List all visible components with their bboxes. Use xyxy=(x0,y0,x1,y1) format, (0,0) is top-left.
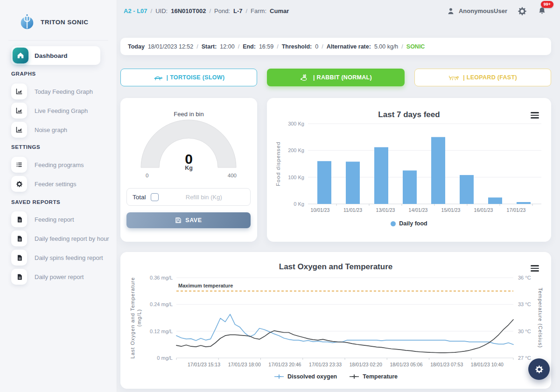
breadcrumb: A2 - L07 / UID: 16N010T002 / Pond: L-7 /… xyxy=(124,7,289,14)
sidebar-item-feeding-report[interactable]: Feeding report xyxy=(11,211,112,227)
bar-chart-legend: Daily food xyxy=(267,220,551,227)
save-floppy-icon xyxy=(175,217,182,224)
gear-icon xyxy=(535,365,544,374)
notification-badge: 99+ xyxy=(541,1,553,8)
svg-text:13/01/23: 13/01/23 xyxy=(376,207,395,213)
breadcrumb-uid: 16N010T002 xyxy=(171,7,206,14)
feed-in-bin-card: Feed in bin 0 Kg 0 400 Total SAVE xyxy=(120,98,257,242)
sidebar-section-settings: SETTINGS xyxy=(11,144,40,150)
svg-text:17/01/23: 17/01/23 xyxy=(507,207,526,213)
sidebar-item-feeder-settings[interactable]: Feeder settings xyxy=(11,176,112,192)
brand: TRITON SONIC xyxy=(19,13,89,31)
sidebar-item-live-feeding-graph[interactable]: Live Feeding Graph xyxy=(11,103,112,119)
leopard-fast-button[interactable]: | LEOPARD (FAST) xyxy=(414,69,551,86)
line-chart-plot[interactable]: 0.36 mg/L36 °C0.24 mg/L33 °C0.12 mg/L30 … xyxy=(120,252,551,389)
svg-text:18/01/23 05:06: 18/01/23 05:06 xyxy=(390,362,422,367)
sidebar: TRITON SONIC Dashboard GRAPHS Today Feed… xyxy=(0,0,117,392)
sidebar-item-daily-spins-feeding-report[interactable]: Daily spins feeding report xyxy=(11,250,112,266)
svg-text:10/01/23: 10/01/23 xyxy=(311,207,330,213)
legend-dot-icon xyxy=(391,221,396,226)
settings-gear-button[interactable] xyxy=(518,7,527,16)
svg-text:Last Oxygen and Temperature: Last Oxygen and Temperature xyxy=(130,277,135,359)
svg-text:Temperature (Celsius): Temperature (Celsius) xyxy=(538,287,543,348)
triton-sonic-logo-icon xyxy=(19,13,35,31)
last-7-days-feed-card: Last 7 days feed 300 Kg200 Kg100 Kg0 Kg1… xyxy=(267,98,551,242)
sidebar-item-today-feeding-graph[interactable]: Today Feeding Graph xyxy=(11,84,112,99)
svg-text:0 mg/L: 0 mg/L xyxy=(157,355,173,361)
svg-text:17/01/23 15:13: 17/01/23 15:13 xyxy=(188,362,220,367)
legend-temperature[interactable]: Temperature xyxy=(349,373,398,380)
sidebar-item-feeding-programs[interactable]: Feeding programs xyxy=(11,157,112,173)
file-icon xyxy=(11,231,27,246)
svg-text:18/01/23 02:20: 18/01/23 02:20 xyxy=(350,362,382,367)
legend-dissolved-oxygen[interactable]: Dissolved oxygen xyxy=(274,373,337,380)
sidebar-divider xyxy=(8,40,108,41)
sidebar-item-daily-power-report[interactable]: Daily power report xyxy=(11,269,112,285)
line-marker-icon xyxy=(274,374,284,379)
file-icon xyxy=(11,211,27,227)
gauge-min-label: 0 xyxy=(146,173,148,178)
line-chart-legend: Dissolved oxygen Temperature xyxy=(120,373,551,380)
gear-icon xyxy=(11,176,27,192)
line-marker-icon xyxy=(349,374,359,379)
settings-fab[interactable] xyxy=(528,358,550,380)
save-button[interactable]: SAVE xyxy=(126,212,251,228)
header-user-area: AnonymousUser 99+ xyxy=(446,6,547,16)
svg-text:30 °C: 30 °C xyxy=(518,329,531,334)
rabbit-normal-button[interactable]: | RABBIT (NORMAL) xyxy=(267,69,405,86)
svg-text:(mg/L): (mg/L) xyxy=(136,309,142,327)
rabbit-icon xyxy=(300,74,309,81)
last-oxygen-temperature-card: Last Oxygen and Temperature 0.36 mg/L36 … xyxy=(120,252,551,389)
total-label: Total xyxy=(133,194,146,201)
chart-icon xyxy=(11,103,27,119)
user-menu[interactable]: AnonymousUser xyxy=(446,7,507,16)
file-icon xyxy=(11,250,27,266)
total-checkbox[interactable] xyxy=(151,193,159,201)
sidebar-item-label: Dashboard xyxy=(35,52,68,59)
brand-name: TRITON SONIC xyxy=(41,19,89,26)
file-icon xyxy=(11,269,27,285)
svg-text:0.12 mg/L: 0.12 mg/L xyxy=(150,329,173,334)
chart-icon xyxy=(11,84,27,99)
refill-bin-row: Total xyxy=(126,188,251,206)
gear-icon xyxy=(518,7,527,16)
svg-text:18/01/23 10:40: 18/01/23 10:40 xyxy=(471,362,504,367)
svg-text:17/01/23 20:46: 17/01/23 20:46 xyxy=(268,362,301,367)
breadcrumb-pond: L-7 xyxy=(233,7,243,14)
svg-text:17/01/23 23:33: 17/01/23 23:33 xyxy=(309,362,342,367)
svg-text:17/01/23 18:00: 17/01/23 18:00 xyxy=(228,362,261,367)
svg-text:100 Kg: 100 Kg xyxy=(288,175,304,180)
leopard-icon xyxy=(448,74,459,81)
sidebar-section-graphs: GRAPHS xyxy=(11,71,36,77)
sidebar-item-daily-feeding-report-by-hour[interactable]: Daily feeding report by hour xyxy=(11,231,112,246)
gauge-unit: Kg xyxy=(120,165,257,171)
mode-badge: SONIC xyxy=(406,43,425,50)
svg-text:36 °C: 36 °C xyxy=(518,275,531,280)
sidebar-item-dashboard[interactable]: Dashboard xyxy=(11,46,100,65)
user-name: AnonymousUser xyxy=(459,7,507,14)
gauge-max-label: 400 xyxy=(228,173,237,178)
breadcrumb-farm: Cumar xyxy=(270,7,289,14)
feeding-info-bar: Today 18/01/2023 12:52 / Start: 12:00 / … xyxy=(120,38,551,55)
svg-text:Maximum temperature: Maximum temperature xyxy=(178,283,233,288)
svg-text:200 Kg: 200 Kg xyxy=(288,147,304,153)
user-icon xyxy=(446,7,455,16)
breadcrumb-device-link[interactable]: A2 - L07 xyxy=(124,7,147,14)
svg-text:18/01/23 07:53: 18/01/23 07:53 xyxy=(430,362,463,367)
svg-text:0.36 mg/L: 0.36 mg/L xyxy=(150,275,173,280)
refill-bin-input[interactable] xyxy=(163,193,245,201)
svg-text:0.24 mg/L: 0.24 mg/L xyxy=(150,301,173,307)
svg-text:11/01/23: 11/01/23 xyxy=(343,207,362,213)
chart-icon xyxy=(11,122,27,138)
svg-text:0 Kg: 0 Kg xyxy=(294,201,304,207)
tortoise-slow-button[interactable]: | TORTOISE (SLOW) xyxy=(120,69,257,86)
svg-text:16/01/23: 16/01/23 xyxy=(474,207,493,213)
svg-text:14/01/23: 14/01/23 xyxy=(409,207,428,213)
svg-text:15/01/23: 15/01/23 xyxy=(441,207,461,213)
svg-text:Food dispensed: Food dispensed xyxy=(275,141,281,186)
notifications-button[interactable]: 99+ xyxy=(537,6,547,16)
tortoise-icon xyxy=(153,74,162,81)
legend-daily-food[interactable]: Daily food xyxy=(391,220,427,227)
list-icon xyxy=(11,157,27,173)
sidebar-item-noise-graph[interactable]: Noise graph xyxy=(11,122,112,138)
